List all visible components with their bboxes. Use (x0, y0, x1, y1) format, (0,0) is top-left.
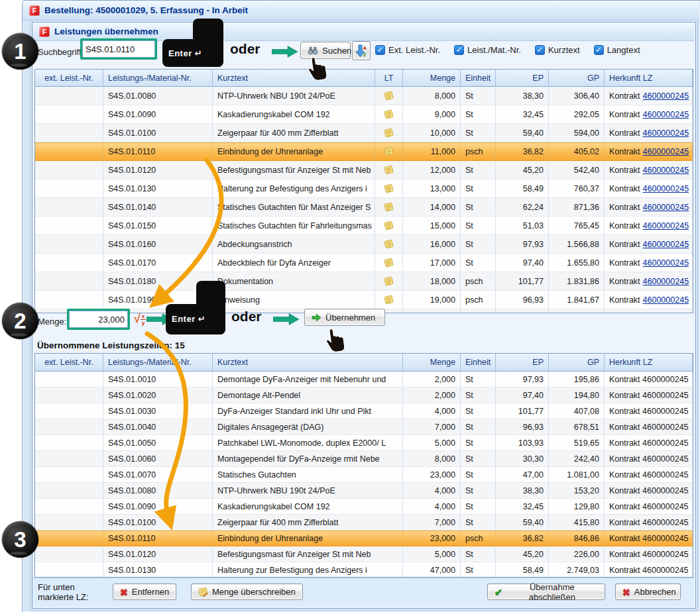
cell-herkunft-lz (605, 309, 693, 313)
checkbox-kurztext[interactable]: ✓Kurztext (535, 45, 580, 55)
col-ep[interactable]: EP (496, 354, 549, 372)
cell-menge: 18,000 (403, 272, 461, 291)
cell-kurztext: NTP-Uhrwerk NBU 190t 24/PoE (213, 483, 403, 499)
table-row[interactable]: S4S.01.0160Abdeckungsanstrich16,000St97,… (35, 235, 693, 254)
app-titlebar[interactable]: F Bestellung: 4500001029, 5. Erfassung -… (23, 1, 699, 21)
col-einheit[interactable]: Einheit (461, 70, 496, 87)
table-row[interactable]: S4S.01.0050Patchkabel LWL-Monomode, dupl… (35, 435, 693, 451)
table-row[interactable]: S4S.01.0010Demontage DyFa-Anzeiger mit N… (35, 372, 693, 387)
cell-herkunft-lz: Kontrakt4600000245 (605, 87, 693, 105)
cell-kurztext: NTP-Uhrwerk NBU 190t 24/PoE (213, 87, 375, 105)
abbrechen-button[interactable]: ✖ Abbrechen (615, 584, 681, 600)
table-row[interactable]: S4S.01.0040Digitales Ansagegerät (DAG)7,… (35, 419, 693, 435)
herkunft-link[interactable]: 4600000245 (643, 147, 689, 156)
table-row[interactable]: S4S.01.0060Montagependel für DyFa-Anzeig… (35, 451, 693, 467)
col-leistungs-material-nr[interactable]: Leistungs-/Material-Nr. (103, 354, 213, 372)
col-ep[interactable]: EP (496, 70, 549, 87)
table-row[interactable]: S4S.01.0030DyFa-Anzeiger Standard inkl U… (35, 403, 693, 419)
table-row[interactable]: S4S.01.0170Abdeckblech für Dyfa Anzeiger… (35, 254, 693, 272)
cell-ep: 101,77 (496, 272, 549, 291)
herkunft-link[interactable]: 4600000245 (643, 295, 689, 305)
cell-leistungs-material-nr: S4S.01.0100 (103, 124, 213, 142)
table-row[interactable]: S4S.01.0130Halterung zur Befestigung des… (35, 562, 693, 578)
table-row[interactable]: S4S.01.0020Demontage Alt-Pendel2,000St97… (35, 387, 693, 403)
cell-ep: 47,00 (496, 467, 549, 483)
checkbox-box[interactable]: ✓ (535, 45, 545, 55)
table-row[interactable]: S4S.01.0070Statisches Gutachten23,000St4… (35, 467, 693, 483)
table-row[interactable]: S4S.01.0120Befestigungsmast für Anzeiger… (35, 161, 693, 179)
checkbox-box[interactable]: ✓ (454, 45, 464, 55)
cell-gp: 194,80 (549, 387, 605, 403)
cell-lt (375, 105, 403, 124)
herkunft-link[interactable]: 4600000245 (643, 258, 689, 268)
uebernahme-abschliessen-button[interactable]: ✔ Übernahme abschließen (487, 584, 605, 600)
cell-herkunft-lz: Kontrakt 4600000245 (605, 499, 693, 515)
col-gp[interactable]: GP (549, 354, 605, 372)
table-row[interactable]: S4S.01.0080NTP-Uhrwerk NBU 190t 24/PoE8,… (35, 87, 693, 105)
col-kurztext[interactable]: Kurztext (213, 70, 375, 87)
herkunft-prefix: Kontrakt (609, 184, 640, 193)
checkbox-box[interactable]: ✓ (375, 45, 385, 55)
uebernehmen-button[interactable]: Übernehmen (304, 309, 385, 326)
col-leistungs-material-nr[interactable]: Leistungs-/Material-Nr. (103, 70, 213, 87)
table-row[interactable]: S4S.01.0090Kaskadierungskabel COM 1924,0… (35, 499, 693, 515)
col-einheit[interactable]: Einheit (461, 354, 496, 372)
cell-gp: 846,86 (549, 531, 605, 546)
herkunft-link[interactable]: 4600000245 (643, 128, 689, 138)
col-ext-leist-nr[interactable]: ext. Leist.-Nr. (35, 354, 103, 372)
cell-leistungs-material-nr: S4S.01.0120 (103, 161, 213, 179)
cell-kurztext: Halterung zur Befestigung des Anzigers i (213, 562, 403, 578)
menge-ueberschreiben-button[interactable]: Menge überschreiben (191, 584, 303, 600)
herkunft-link[interactable]: 4600000245 (643, 184, 689, 193)
herkunft-link[interactable]: 4600000245 (643, 166, 689, 175)
entfernen-button[interactable]: ✖ Entfernen (113, 584, 176, 600)
table-row[interactable]: S4S.01.0140Statisches Gutachten für Mast… (35, 198, 693, 217)
herkunft-link[interactable]: 4600000245 (643, 240, 689, 249)
table-row[interactable]: S4S.01.0110Einbindung der Uhrenanlage11,… (35, 142, 693, 161)
table-row[interactable]: S4S.01.0120Befestigungsmast für Anzeiger… (35, 546, 693, 562)
cell-gp: 678,51 (549, 419, 605, 435)
col-kurztext[interactable]: Kurztext (213, 354, 403, 372)
herkunft-link[interactable]: 4600000245 (643, 221, 689, 230)
formula-icon[interactable]: √xy (134, 313, 146, 325)
checkbox-ext-leist-nr[interactable]: ✓Ext. Leist.-Nr. (375, 45, 440, 55)
cell-einheit: St (461, 217, 496, 235)
search-input[interactable] (82, 40, 155, 58)
col-lt[interactable]: LT (375, 70, 403, 87)
herkunft-link[interactable]: 4600000245 (643, 91, 689, 101)
enter-key-label: Enter ↵ (168, 48, 202, 58)
menge-input[interactable] (69, 311, 128, 328)
table-row[interactable]: S4S.01.0190Einweisung19,000psch96,931.84… (35, 291, 693, 309)
sort-az-button[interactable]: AZ (352, 41, 371, 60)
cell-menge: 8,000 (403, 451, 461, 467)
checkbox-box[interactable]: ✓ (594, 45, 604, 55)
table-row[interactable]: S4S.01.0100Zeigerpaar für 400 mm Zifferb… (35, 515, 693, 531)
col-gp[interactable]: GP (549, 70, 605, 87)
table-row[interactable]: S4S.01.0090Kaskadierungskabel COM 1929,0… (35, 105, 693, 124)
checkbox-leist-mat-nr[interactable]: ✓Leist./Mat.-Nr. (454, 45, 521, 55)
table-row[interactable]: S4S.01.0110Einbindung der Uhrenanlage23,… (35, 531, 693, 546)
cell-kurztext: Statisches Gutachten für Mast Anzeiger S (213, 198, 375, 217)
col-herkunft-lz[interactable]: Herkunft LZ (605, 354, 693, 372)
cell-menge: 8,000 (403, 87, 461, 105)
herkunft-prefix: Kontrakt (609, 128, 640, 138)
herkunft-link[interactable]: 4600000245 (643, 110, 689, 119)
table-row[interactable]: S4S.01.0100Zeigerpaar für 400 mm Zifferb… (35, 124, 693, 142)
table-row[interactable]: S4S.01.0080NTP-Uhrwerk NBU 190t 24/PoE4,… (35, 483, 693, 499)
col-ext-leist-nr[interactable]: ext. Leist.-Nr. (35, 70, 103, 87)
cell-menge: 12,000 (403, 161, 461, 179)
herkunft-prefix: Kontrakt (609, 91, 640, 101)
table-row[interactable]: S4S.01.0130Halterung zur Befestigung des… (35, 179, 693, 198)
col-menge[interactable]: Menge (403, 354, 461, 372)
col-menge[interactable]: Menge (403, 70, 461, 87)
table-row[interactable]: S4S.01.0180Dokumentation18,000psch101,77… (35, 272, 693, 291)
herkunft-link[interactable]: 4600000245 (643, 277, 689, 286)
col-herkunft-lz[interactable]: Herkunft LZ (605, 70, 693, 87)
cell-einheit: St (461, 515, 496, 531)
checkbox-langtext[interactable]: ✓Langtext (594, 45, 640, 55)
herkunft-text: Kontrakt4600000245 (609, 221, 689, 230)
check-icon: ✓ (377, 46, 383, 54)
cell-einheit: St (461, 403, 496, 419)
table-row[interactable]: S4S.01.0150Statisches Gutachten für Fahr… (35, 217, 693, 235)
herkunft-link[interactable]: 4600000245 (643, 203, 689, 212)
